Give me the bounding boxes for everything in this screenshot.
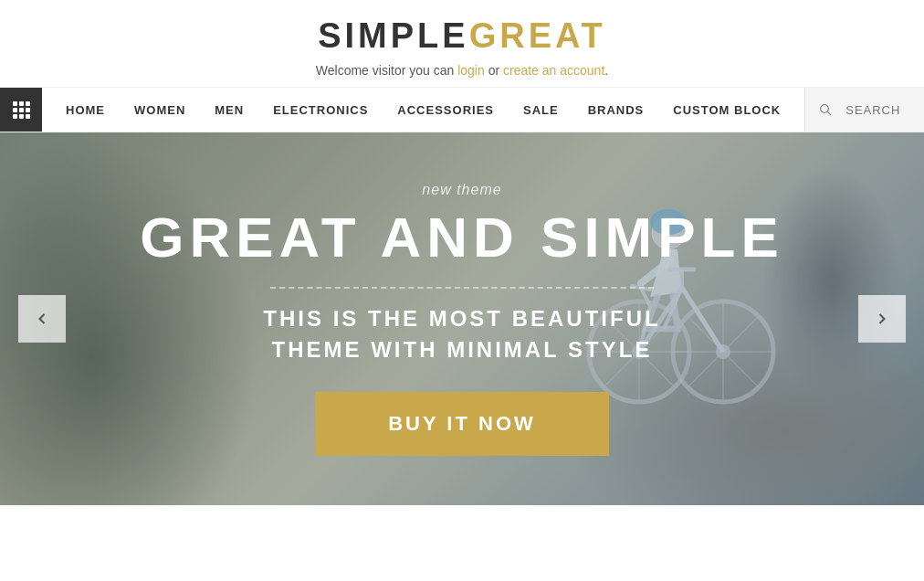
hero-subtitle: new theme: [422, 182, 501, 198]
svg-line-1: [828, 111, 832, 115]
site-logo: SIMPLEGREAT: [0, 16, 924, 56]
login-link[interactable]: login: [457, 63, 485, 78]
logo-simple-text: SIMPLE: [318, 16, 468, 55]
grid-icon: [13, 101, 29, 119]
search-icon: [818, 102, 833, 117]
search-input[interactable]: [845, 103, 924, 117]
period: .: [604, 63, 608, 78]
slider-prev-button[interactable]: [18, 295, 66, 343]
nav-item-men[interactable]: MEN: [200, 87, 258, 132]
search-area: [804, 88, 924, 132]
nav-item-sale[interactable]: SALE: [509, 87, 573, 132]
nav-item-women[interactable]: WOMEN: [120, 87, 200, 132]
nav-item-brands[interactable]: BRANDS: [573, 87, 659, 132]
hero-desc-line1: THIS IS THE MOST BEAUTIFUL: [263, 303, 660, 334]
welcome-text: Welcome visitor you can: [316, 63, 457, 78]
hero-slider: new theme GREAT AND SIMPLE THIS IS THE M…: [0, 132, 924, 505]
svg-point-0: [821, 105, 829, 113]
header: SIMPLEGREAT Welcome visitor you can logi…: [0, 0, 924, 132]
search-button[interactable]: [805, 87, 845, 132]
chevron-right-icon: [873, 310, 891, 328]
welcome-bar: Welcome visitor you can login or create …: [0, 63, 924, 78]
hero-divider: [270, 287, 654, 289]
hero-cta-button[interactable]: BUY IT NOW: [315, 392, 609, 456]
hero-description: THIS IS THE MOST BEAUTIFUL THEME WITH MI…: [263, 303, 660, 364]
or-text: or: [485, 63, 503, 78]
hero-title: GREAT AND SIMPLE: [140, 207, 784, 267]
hero-content: new theme GREAT AND SIMPLE THIS IS THE M…: [0, 132, 924, 505]
slider-next-button[interactable]: [858, 295, 906, 343]
navigation: HOME WOMEN MEN ELECTRONICS ACCESSORIES S…: [0, 87, 924, 132]
nav-item-accessories[interactable]: ACCESSORIES: [383, 87, 509, 132]
chevron-left-icon: [33, 310, 51, 328]
nav-item-home[interactable]: HOME: [51, 87, 120, 132]
nav-links: HOME WOMEN MEN ELECTRONICS ACCESSORIES S…: [42, 88, 804, 132]
hero-desc-line2: THEME WITH MINIMAL STYLE: [263, 334, 660, 365]
nav-item-custom-block[interactable]: CUSTOM BLOCK: [658, 87, 795, 132]
grid-menu-button[interactable]: [0, 88, 42, 132]
logo-great-text: GREAT: [469, 16, 606, 55]
create-account-link[interactable]: create an account: [503, 63, 604, 78]
nav-item-electronics[interactable]: ELECTRONICS: [258, 87, 383, 132]
